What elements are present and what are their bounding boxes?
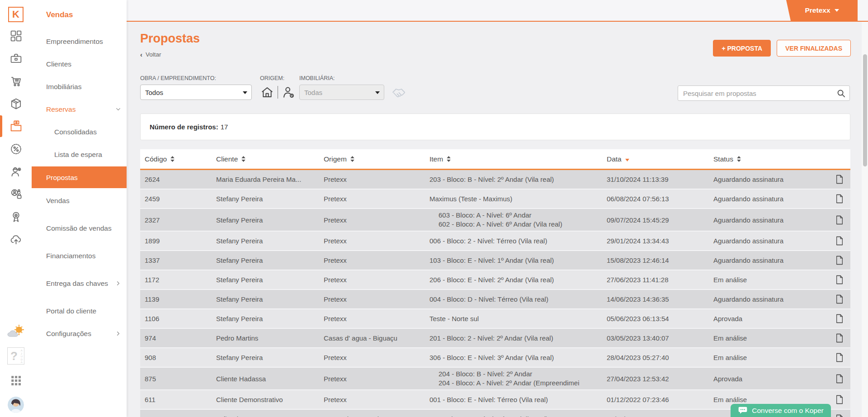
column-header-cliente[interactable]: Cliente — [212, 149, 319, 169]
table-row[interactable]: 1172Stefany PereiraPretexx206 - Bloco: E… — [140, 270, 850, 289]
back-link[interactable]: ‹ Voltar — [140, 51, 161, 58]
sidebar-item-comissao-de-vendas[interactable]: Comissão de vendas — [32, 212, 127, 244]
cell-doc — [828, 348, 850, 367]
document-icon[interactable] — [835, 215, 844, 225]
cart-icon[interactable] — [0, 70, 32, 92]
column-header-status[interactable]: Status — [709, 149, 828, 169]
tenant-dropdown[interactable]: Pretexx — [786, 0, 858, 21]
sort-toggle-icon — [736, 156, 741, 162]
obra-select-value: Todos — [145, 89, 163, 96]
document-icon[interactable] — [835, 275, 844, 284]
cell-codigo: 578 — [140, 410, 212, 417]
sidebar-item-clientes[interactable]: Clientes — [32, 52, 127, 75]
chevron-down-icon — [375, 91, 380, 94]
cell-codigo: 1337 — [140, 251, 212, 270]
sidebar-item-portal-do-cliente[interactable]: Portal do cliente — [32, 299, 127, 322]
search-icon[interactable] — [837, 89, 845, 98]
table-row[interactable]: 1337Stefany PereiraPretexx103 - Bloco: E… — [140, 250, 850, 270]
table-row[interactable]: 1106Stefany PereiraPretexxTeste - Norte … — [140, 308, 850, 328]
table-row[interactable]: 1899Stefany PereiraPretexx006 - Bloco: 2… — [140, 231, 850, 250]
cell-cliente: Stefany Pereira — [212, 251, 319, 270]
table-row[interactable]: 908Stefany PereiraPretexx306 - Bloco: E … — [140, 347, 850, 367]
cell-cliente: Stefany Pereira — [212, 290, 319, 308]
sidebar-item-imobiliarias[interactable]: Imobiliárias — [32, 75, 127, 98]
document-icon[interactable] — [835, 194, 844, 204]
box-icon[interactable] — [0, 92, 32, 115]
person-lock-icon[interactable] — [0, 183, 32, 205]
imobiliaria-filter-label: IMOBILIÁRIA: — [299, 75, 335, 81]
table-row[interactable]: 875Cliente HadassaPretexx204 - Bloco: B … — [140, 367, 850, 389]
document-icon[interactable] — [835, 175, 844, 184]
cell-status: Aprovada — [709, 309, 828, 328]
dashboard-icon[interactable] — [0, 24, 32, 47]
search-input[interactable] — [678, 86, 849, 100]
cell-data: 15/08/2023 12:46:14 — [602, 251, 709, 270]
sort-toggle-icon — [170, 156, 175, 162]
column-header-data[interactable]: Data — [602, 149, 709, 169]
new-proposta-button[interactable]: + PROPOSTA — [713, 40, 771, 57]
cell-codigo: 2459 — [140, 190, 212, 208]
briefcase-icon[interactable] — [0, 47, 32, 70]
records-card: Número de registros: 17 — [140, 114, 850, 140]
cell-codigo: 2327 — [140, 209, 212, 231]
table-row[interactable]: 2327Stefany PereiraPretexx603 - Bloco: A… — [140, 208, 850, 231]
column-label: Origem — [324, 155, 347, 163]
sidebar-item-consolidadas[interactable]: Consolidadas — [32, 120, 127, 143]
handshake-icon[interactable] — [391, 85, 409, 101]
table-row[interactable]: 2459Stefany PereiraPretexxMaximus (Teste… — [140, 189, 850, 208]
sidebar-item-lista-de-espera[interactable]: Lista de espera — [32, 143, 127, 166]
ver-finalizadas-button[interactable]: VER FINALIZADAS — [777, 40, 851, 57]
percent-icon[interactable] — [0, 137, 32, 160]
sidebar-item-entrega-das-chaves[interactable]: Entrega das chaves — [32, 267, 127, 299]
document-icon[interactable] — [835, 314, 844, 323]
apps-grid-icon[interactable] — [0, 368, 32, 393]
obra-select[interactable]: Todos — [140, 85, 252, 100]
cell-item: 204 - Bloco: B - Nível: 2º Andar204 - Bl… — [425, 368, 602, 389]
document-icon[interactable] — [835, 236, 844, 246]
document-icon[interactable] — [835, 353, 844, 362]
cell-status: Em análise — [709, 348, 828, 367]
document-icon[interactable] — [835, 294, 844, 304]
document-icon[interactable] — [835, 256, 844, 265]
help-icon[interactable]: ?AJUDA — [0, 344, 32, 368]
document-icon[interactable] — [835, 395, 844, 404]
cell-data: 01/12/2022 07:23:46 — [602, 390, 709, 409]
obra-filter-label: OBRA / EMPREENDIMENTO: — [140, 75, 216, 81]
sidebar-item-configuracoes[interactable]: Configurações — [32, 322, 127, 345]
person-icon[interactable] — [281, 85, 296, 100]
document-icon[interactable] — [835, 414, 844, 417]
weather-icon[interactable] — [0, 319, 32, 344]
avatar[interactable] — [0, 393, 32, 417]
koper-logo[interactable]: K — [0, 5, 32, 24]
document-icon[interactable] — [835, 374, 844, 384]
column-header-origem[interactable]: Origem — [319, 149, 425, 169]
sidebar-item-vendas[interactable]: Vendas — [32, 189, 127, 212]
sidebar-item-propostas[interactable]: Propostas — [32, 166, 127, 188]
cloud-upload-icon[interactable] — [0, 228, 32, 251]
sidebar-item-label: Financiamentos — [46, 251, 95, 261]
medal-icon[interactable] — [0, 205, 32, 228]
table-row[interactable]: 2624Maria Eduarda Pereira Ma...Pretexx20… — [140, 170, 850, 189]
scrollbar-thumb[interactable] — [863, 54, 867, 166]
sidebar-item-financiamentos[interactable]: Financiamentos — [32, 244, 127, 267]
folder-money-icon[interactable] — [0, 115, 32, 137]
origem-filter — [260, 84, 296, 101]
table-row[interactable]: 974Pedro MartinsCasas d' agua - Biguaçu2… — [140, 328, 850, 347]
document-icon[interactable] — [835, 333, 844, 343]
cell-data: 06/08/2024 07:56:13 — [602, 190, 709, 208]
imobiliaria-select[interactable]: Todas — [299, 85, 384, 100]
chat-button[interactable]: Converse com o Koper — [731, 404, 831, 417]
column-header-item[interactable]: Item — [425, 149, 602, 169]
worker-icon[interactable] — [0, 160, 32, 183]
sidebar-item-reservas[interactable]: Reservas — [32, 98, 127, 120]
sidebar-item-label: Vendas — [46, 196, 70, 205]
topbar: Pretexx — [127, 0, 868, 22]
cell-doc — [828, 368, 850, 389]
table-row[interactable]: 1139Stefany PereiraPretexx004 - Bloco: D… — [140, 289, 850, 308]
sidebar-item-empreendimentos[interactable]: Empreendimentos — [32, 30, 127, 52]
cell-origem: Pretexx — [319, 290, 425, 308]
cell-cliente: Stefany Pereira — [212, 190, 319, 208]
search-box — [678, 85, 850, 101]
house-icon[interactable] — [260, 85, 274, 100]
column-header-codigo[interactable]: Código — [140, 149, 212, 169]
